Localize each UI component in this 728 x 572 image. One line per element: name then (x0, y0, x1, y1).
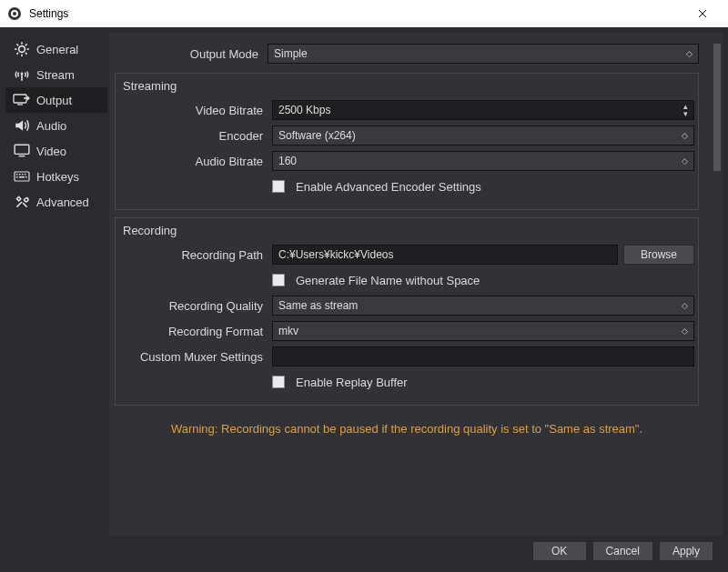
select-value: mkv (278, 325, 298, 337)
browse-button[interactable]: Browse (623, 245, 694, 265)
svg-rect-22 (25, 174, 26, 176)
select-value: 160 (278, 155, 297, 167)
chevron-updown-icon: ◇ (682, 132, 688, 139)
keyboard-icon (13, 169, 31, 184)
recording-path-label: Recording Path (119, 248, 272, 262)
encoder-select[interactable]: Software (x264) ◇ (272, 125, 694, 146)
svg-line-11 (25, 44, 27, 45)
speaker-icon (13, 118, 31, 133)
svg-rect-25 (25, 176, 27, 178)
recording-title: Recording (119, 224, 694, 243)
chevron-updown-icon: ◇ (682, 327, 688, 335)
main-area: General Stream Output (5, 33, 723, 536)
sidebar-item-label: Output (36, 94, 72, 107)
sidebar-item-video[interactable]: Video (5, 138, 107, 164)
sidebar-item-output[interactable]: Output (5, 87, 107, 113)
scroll-thumb[interactable] (713, 44, 721, 171)
svg-rect-20 (19, 174, 21, 176)
content-panel: Output Mode Simple ◇ Streaming Video Bit… (109, 33, 723, 536)
svg-rect-24 (19, 176, 25, 178)
svg-line-8 (16, 44, 18, 45)
titlebar: Settings (0, 0, 728, 27)
sidebar: General Stream Output (5, 33, 107, 536)
custom-muxer-input[interactable] (272, 346, 694, 366)
svg-point-2 (13, 12, 16, 15)
enable-replay-buffer-checkbox[interactable] (272, 376, 285, 388)
content-inner: Output Mode Simple ◇ Streaming Video Bit… (109, 42, 712, 527)
encoder-label: Encoder (119, 129, 272, 143)
footer: OK Cancel Apply (5, 536, 723, 567)
chevron-updown-icon: ◇ (686, 50, 693, 57)
custom-muxer-label: Custom Muxer Settings (119, 350, 272, 364)
output-mode-label: Output Mode (115, 47, 268, 61)
scrollbar[interactable] (712, 42, 723, 527)
window-title: Settings (29, 7, 684, 20)
monitor-arrow-icon (13, 93, 31, 107)
cancel-button[interactable]: Cancel (592, 541, 653, 561)
gear-icon (13, 42, 31, 56)
close-button[interactable] (684, 0, 721, 27)
recording-group: Recording Recording Path C:¥Users¥kickc¥… (115, 217, 699, 406)
enable-advanced-encoder-label: Enable Advanced Encoder Settings (296, 180, 481, 194)
sidebar-item-label: General (36, 43, 78, 56)
sidebar-item-advanced[interactable]: Advanced (5, 189, 107, 215)
chevron-updown-icon: ◇ (682, 157, 688, 165)
video-bitrate-label: Video Bitrate (119, 104, 272, 117)
recording-quality-label: Recording Quality (119, 299, 272, 313)
app-logo-icon (7, 6, 22, 21)
svg-rect-16 (15, 145, 29, 154)
input-value: 2500 Kbps (278, 104, 330, 116)
enable-replay-buffer-label: Enable Replay Buffer (296, 376, 408, 389)
antenna-icon (13, 67, 31, 82)
recording-quality-select[interactable]: Same as stream ◇ (272, 296, 694, 316)
svg-rect-23 (16, 176, 18, 178)
select-value: Same as stream (278, 299, 358, 312)
sidebar-item-label: Advanced (36, 196, 89, 209)
tools-icon (13, 195, 31, 209)
enable-advanced-encoder-checkbox[interactable] (272, 180, 285, 193)
sidebar-item-general[interactable]: General (5, 36, 107, 62)
input-value: C:¥Users¥kickc¥Videos (278, 248, 394, 261)
settings-window: Settings General Stream (0, 0, 728, 572)
streaming-title: Streaming (119, 79, 694, 98)
monitor-icon (13, 144, 31, 158)
svg-rect-19 (16, 174, 18, 176)
audio-bitrate-label: Audio Bitrate (119, 155, 272, 168)
video-bitrate-input[interactable]: 2500 Kbps ▴▾ (272, 100, 694, 120)
sidebar-item-label: Stream (36, 68, 75, 82)
apply-button[interactable]: Apply (659, 541, 713, 561)
generate-filename-label: Generate File Name without Space (296, 274, 480, 287)
generate-filename-checkbox[interactable] (272, 274, 285, 286)
sidebar-item-label: Video (36, 145, 66, 158)
window-body: General Stream Output (0, 27, 728, 572)
recording-path-input[interactable]: C:¥Users¥kickc¥Videos (272, 245, 618, 265)
svg-line-10 (16, 53, 18, 55)
svg-line-9 (25, 53, 27, 55)
sidebar-item-label: Audio (36, 119, 66, 133)
sidebar-item-hotkeys[interactable]: Hotkeys (5, 164, 107, 189)
sidebar-item-audio[interactable]: Audio (5, 113, 107, 138)
svg-point-13 (21, 73, 24, 75)
output-mode-select[interactable]: Simple ◇ (268, 44, 699, 64)
streaming-group: Streaming Video Bitrate 2500 Kbps ▴▾ (115, 73, 699, 210)
recording-format-select[interactable]: mkv ◇ (272, 321, 694, 341)
select-value: Software (x264) (278, 129, 356, 142)
warning-text: Warning: Recordings cannot be paused if … (109, 411, 704, 436)
audio-bitrate-select[interactable]: 160 ◇ (272, 151, 694, 171)
select-value: Simple (274, 47, 308, 60)
svg-rect-21 (22, 174, 24, 176)
ok-button[interactable]: OK (532, 541, 587, 561)
spinner-icon: ▴▾ (683, 103, 688, 117)
sidebar-item-stream[interactable]: Stream (5, 62, 107, 87)
chevron-updown-icon: ◇ (682, 302, 688, 309)
recording-format-label: Recording Format (119, 325, 272, 338)
svg-point-3 (19, 46, 25, 53)
sidebar-item-label: Hotkeys (36, 170, 79, 184)
